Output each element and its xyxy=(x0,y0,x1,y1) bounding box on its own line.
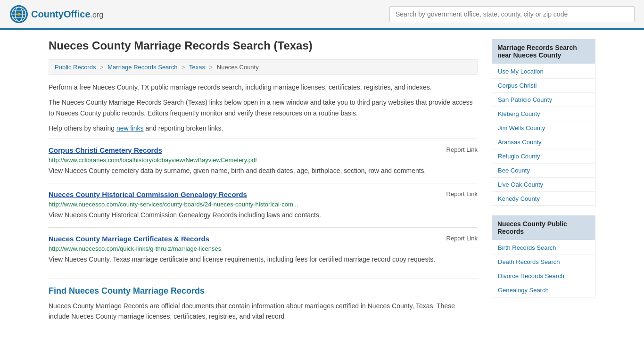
sidebar-nearby-link[interactable]: Corpus Christi xyxy=(492,79,595,92)
sidebar-section2-header: Nueces County Public Records xyxy=(492,215,595,240)
sidebar-nearby-link[interactable]: San Patricio County xyxy=(492,93,595,107)
sidebar-nearby-link[interactable]: Aransas County xyxy=(492,135,595,149)
main-container: Nueces County Marriage Records Search (T… xyxy=(39,30,605,331)
breadcrumb-texas[interactable]: Texas xyxy=(189,64,205,71)
sidebar-public-records-item: Divorce Records Search xyxy=(492,269,595,283)
sidebar-section-nearby: Marriage Records Search near Nueces Coun… xyxy=(492,39,595,206)
record-header: Nueces County Marriage Certificates & Re… xyxy=(49,235,478,243)
records-container: Corpus Christi Cemetery Records Report L… xyxy=(49,139,478,272)
intro-paragraph-3: Help others by sharing new links and rep… xyxy=(49,123,478,133)
report-link[interactable]: Report Link xyxy=(446,235,478,242)
sidebar-public-records-link[interactable]: Genealogy Search xyxy=(492,283,595,297)
logo-icon xyxy=(9,5,28,24)
report-link[interactable]: Report Link xyxy=(446,190,478,197)
sidebar-public-records-item: Death Records Search xyxy=(492,255,595,269)
sidebar-nearby-list: Use My LocationCorpus ChristiSan Patrici… xyxy=(492,65,595,206)
report-link[interactable]: Report Link xyxy=(446,146,478,153)
sidebar-nearby-link[interactable]: Refugio County xyxy=(492,149,595,163)
sidebar: Marriage Records Search near Nueces Coun… xyxy=(492,39,595,321)
sidebar-public-records-item: Birth Records Search xyxy=(492,241,595,255)
sidebar-nearby-link[interactable]: Kleberg County xyxy=(492,107,595,121)
record-description: View Nueces County cemetery data by surn… xyxy=(49,166,478,176)
sidebar-nearby-item: Use My Location xyxy=(492,65,595,79)
sidebar-nearby-item: Live Oak County xyxy=(492,178,595,192)
content-area: Nueces County Marriage Records Search (T… xyxy=(49,39,478,321)
breadcrumb-public-records[interactable]: Public Records xyxy=(55,64,96,71)
logo-text[interactable]: CountyOffice.org xyxy=(31,9,103,20)
intro-paragraph-1: Perform a free Nueces County, TX public … xyxy=(49,82,478,92)
record-title-link[interactable]: Nueces County Historical Commission Gene… xyxy=(49,190,247,198)
record-title-link[interactable]: Corpus Christi Cemetery Records xyxy=(49,146,162,154)
find-section-description: Nueces County Marriage Records are offic… xyxy=(49,301,478,322)
sidebar-nearby-link[interactable]: Live Oak County xyxy=(492,178,595,191)
breadcrumb-current: Nueces County xyxy=(217,64,259,71)
record-description: View Nueces County Historical Commission… xyxy=(49,210,478,220)
record-url: http://www.nuecesco.com/county-services/… xyxy=(49,201,478,208)
record-entry: Nueces County Marriage Certificates & Re… xyxy=(49,227,478,272)
record-header: Nueces County Historical Commission Gene… xyxy=(49,190,478,198)
sidebar-nearby-item: Jim Wells County xyxy=(492,121,595,135)
sidebar-public-records-item: Genealogy Search xyxy=(492,283,595,297)
sidebar-nearby-item: Refugio County xyxy=(492,149,595,164)
record-description: View Nueces County, Texas marriage certi… xyxy=(49,255,478,264)
record-url: http://www.nuecesco.com/quick-links/g-th… xyxy=(49,245,478,252)
breadcrumb: Public Records > Marriage Records Search… xyxy=(49,59,478,75)
header: CountyOffice.org xyxy=(0,0,644,30)
search-input[interactable] xyxy=(389,6,635,22)
svg-point-7 xyxy=(17,13,20,16)
sidebar-public-records-link[interactable]: Divorce Records Search xyxy=(492,269,595,283)
sidebar-nearby-item: Aransas County xyxy=(492,135,595,149)
sidebar-nearby-link[interactable]: Use My Location xyxy=(492,65,595,78)
intro-paragraph-2: The Nueces County Marriage Records Searc… xyxy=(49,97,478,118)
find-section: Find Nueces County Marriage Records Nuec… xyxy=(49,279,478,322)
new-links-link[interactable]: new links xyxy=(116,124,144,132)
record-header: Corpus Christi Cemetery Records Report L… xyxy=(49,146,478,154)
sidebar-section1-header: Marriage Records Search near Nueces Coun… xyxy=(492,39,595,64)
sidebar-public-records-link[interactable]: Birth Records Search xyxy=(492,241,595,255)
sidebar-section-public-records: Nueces County Public Records Birth Recor… xyxy=(492,215,595,297)
sidebar-nearby-link[interactable]: Bee County xyxy=(492,164,595,177)
logo-area: CountyOffice.org xyxy=(9,5,103,24)
record-entry: Nueces County Historical Commission Gene… xyxy=(49,183,478,227)
record-title-link[interactable]: Nueces County Marriage Certificates & Re… xyxy=(49,235,209,243)
record-entry: Corpus Christi Cemetery Records Report L… xyxy=(49,139,478,183)
sidebar-nearby-item: Corpus Christi xyxy=(492,79,595,93)
sidebar-nearby-link[interactable]: Jim Wells County xyxy=(492,121,595,135)
record-url: http://www.cclibraries.com/localhistory/… xyxy=(49,156,478,164)
sidebar-nearby-item: San Patricio County xyxy=(492,93,595,107)
sidebar-public-records-link[interactable]: Death Records Search xyxy=(492,255,595,269)
find-section-title: Find Nueces County Marriage Records xyxy=(49,286,478,296)
page-title: Nueces County Marriage Records Search (T… xyxy=(49,39,478,52)
sidebar-nearby-item: Kenedy County xyxy=(492,192,595,206)
sidebar-nearby-link[interactable]: Kenedy County xyxy=(492,192,595,206)
sidebar-nearby-item: Kleberg County xyxy=(492,107,595,121)
breadcrumb-marriage-records-search[interactable]: Marriage Records Search xyxy=(107,64,177,71)
sidebar-nearby-item: Bee County xyxy=(492,164,595,178)
sidebar-public-records-list: Birth Records SearchDeath Records Search… xyxy=(492,241,595,297)
